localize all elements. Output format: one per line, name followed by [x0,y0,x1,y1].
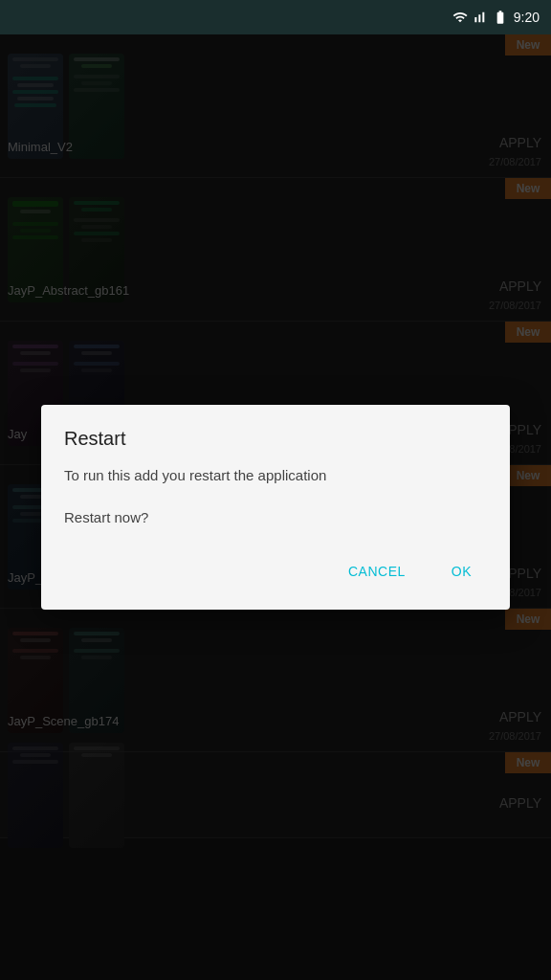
status-icons: 9:20 [452,10,540,25]
cancel-button[interactable]: CANCEL [333,556,421,587]
restart-dialog: Restart To run this add you restart the … [41,405,510,611]
wifi-icon [452,10,468,25]
status-time: 9:20 [514,10,540,25]
dialog-message: To run this add you restart the applicat… [64,465,487,487]
signal-icon [472,10,487,25]
dialog-question: Restart now? [64,509,487,525]
main-content: Minimal_V2 APPLY 27/08/2017 New [0,34,551,980]
status-bar: 9:20 [0,0,551,34]
ok-button[interactable]: OK [436,556,487,587]
dialog-buttons: CANCEL OK [64,556,487,587]
battery-icon [491,10,510,25]
dialog-overlay: Restart To run this add you restart the … [0,34,551,980]
dialog-title: Restart [64,428,487,450]
